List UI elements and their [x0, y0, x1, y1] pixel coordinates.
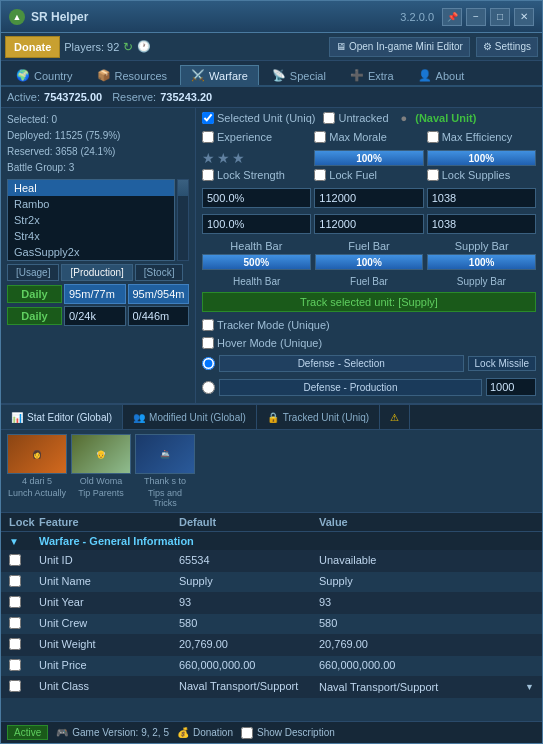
video-card-3[interactable]: 🚢 Thank s to Tips and Tricks	[135, 434, 195, 508]
daily-usage-input[interactable]	[64, 284, 126, 304]
lock-checkbox-6[interactable]	[9, 680, 21, 692]
lock-checkbox-5[interactable]	[9, 659, 21, 671]
fuel2-input[interactable]	[314, 214, 423, 234]
max-efficiency-checkbox[interactable]: Max Efficiency	[427, 131, 536, 143]
list-item[interactable]: Str4x	[8, 228, 174, 244]
tab-country[interactable]: 🌍 Country	[5, 65, 84, 85]
tab-resources[interactable]: 📦 Resources	[86, 65, 179, 85]
open-editor-button[interactable]: 🖥 Open In-game Mini Editor	[329, 37, 470, 57]
tab-warfare[interactable]: ⚔️ Warfare	[180, 65, 259, 85]
close-button[interactable]: ✕	[514, 8, 534, 26]
tab-special[interactable]: 📡 Special	[261, 65, 337, 85]
show-description-checkbox[interactable]: Show Description	[241, 727, 335, 739]
stats-row: Active: 7543725.00 Reserve: 735243.20	[1, 87, 542, 108]
video-card-1[interactable]: 👩 4 dari 5 Lunch Actually	[7, 434, 67, 508]
extra-icon: ➕	[350, 69, 364, 82]
list-item[interactable]: Str2x	[8, 212, 174, 228]
restore-button[interactable]: □	[490, 8, 510, 26]
lock-checkbox-4[interactable]	[9, 638, 21, 650]
max-morale-checkbox[interactable]: Max Morale	[314, 131, 423, 143]
lock-supplies-checkbox[interactable]: Lock Supplies	[427, 169, 536, 181]
supplies2-input[interactable]	[427, 214, 536, 234]
lock-icon: 🔒	[267, 412, 279, 423]
daily2-label: Daily	[7, 307, 62, 325]
stock-tab[interactable]: [Stock]	[135, 264, 184, 281]
track-button[interactable]: Track selected unit: [Supply]	[202, 292, 536, 312]
lock-fuel-checkbox[interactable]: Lock Fuel	[314, 169, 423, 181]
list-item[interactable]: GasSupply2x	[8, 244, 174, 260]
refresh-icon[interactable]: ↻	[123, 40, 133, 54]
video-thumb-2[interactable]: 👴	[71, 434, 131, 474]
table-row: Unit ID 65534 Unavailable	[1, 551, 542, 572]
warning-tab[interactable]: ⚠	[380, 405, 410, 429]
deployed-info: Selected: 0 Deployed: 11525 (75.9%) Rese…	[7, 112, 189, 176]
section-expand-icon[interactable]: ▼	[9, 536, 19, 547]
modified-unit-tab[interactable]: 👥 Modified Unit (Global)	[123, 405, 257, 429]
about-icon: 👤	[418, 69, 432, 82]
lock-missile-button[interactable]: Lock Missile	[468, 356, 536, 371]
production-tab[interactable]: [Production]	[61, 264, 132, 281]
defense-selection-radio[interactable]	[202, 357, 215, 370]
th-default: Default	[175, 516, 315, 528]
experience-checkbox[interactable]: Experience	[202, 131, 311, 143]
checkboxes-row1: Experience Max Morale Max Efficiency	[202, 131, 536, 143]
tab-extra[interactable]: ➕ Extra	[339, 65, 405, 85]
pin-button[interactable]: 📌	[442, 8, 462, 26]
daily-stock-input[interactable]	[128, 284, 190, 304]
daily2-stock-input[interactable]	[128, 306, 190, 326]
health-bar: 500%	[202, 254, 311, 270]
country-icon: 🌍	[16, 69, 30, 82]
lock-checkbox-0[interactable]	[9, 554, 21, 566]
inputs-row1	[202, 188, 536, 208]
video-thumb-1[interactable]: 👩	[7, 434, 67, 474]
untracked-checkbox[interactable]: Untracked	[323, 112, 388, 124]
lock-checkbox-3[interactable]	[9, 617, 21, 629]
unit-list[interactable]: Heal Rambo Str2x Str4x GasSupply2x	[7, 179, 175, 261]
video-thumb-3[interactable]: 🚢	[135, 434, 195, 474]
minimize-button[interactable]: −	[466, 8, 486, 26]
strength2-input[interactable]	[202, 214, 311, 234]
bottom-tabs: 📊 Stat Editor (Global) 👥 Modified Unit (…	[1, 404, 542, 430]
daily2-usage-input[interactable]	[64, 306, 126, 326]
stat-editor-tab[interactable]: 📊 Stat Editor (Global)	[1, 405, 123, 429]
defense-selection-button[interactable]: Defense - Selection	[219, 355, 464, 372]
video-title-1: 4 dari 5	[22, 476, 52, 486]
table-row: Unit Year 93 93	[1, 593, 542, 614]
supply-bar-wrap: Supply Bar 100%	[427, 240, 536, 270]
hover-mode-checkbox[interactable]: Hover Mode (Unique)	[202, 337, 322, 349]
list-item[interactable]: Heal	[8, 180, 174, 196]
video-title-2: Old Woma	[80, 476, 122, 486]
defense-production-radio[interactable]	[202, 381, 215, 394]
selected-unit-checkbox[interactable]: Selected Unit (Uniq)	[202, 112, 315, 124]
tracker-mode-checkbox[interactable]: Tracker Mode (Unique)	[202, 319, 330, 331]
list-scrollbar[interactable]	[177, 179, 189, 261]
settings-button[interactable]: ⚙ Settings	[476, 37, 538, 57]
ups-section: [Usage] [Production] [Stock] Daily Daily	[7, 264, 189, 326]
th-feature: Feature	[35, 516, 175, 528]
lock-strength-checkbox[interactable]: Lock Strength	[202, 169, 311, 181]
inputs-row2	[202, 214, 536, 234]
tracked-unit-tab[interactable]: 🔒 Tracked Unit (Uniq)	[257, 405, 380, 429]
video-card-2[interactable]: 👴 Old Woma Tip Parents	[71, 434, 131, 508]
donate-button[interactable]: Donate	[5, 36, 60, 58]
lock-checkbox-1[interactable]	[9, 575, 21, 587]
lock-checkbox-2[interactable]	[9, 596, 21, 608]
hover-mode-row: Hover Mode (Unique)	[202, 337, 536, 349]
defense-selection-row: Defense - Selection Lock Missile	[202, 355, 536, 372]
bars-row: Health Bar 500% Fuel Bar 100%	[202, 240, 536, 270]
stars-progress-row: ★★★ 100% 100%	[202, 150, 536, 166]
list-item[interactable]: Rambo	[8, 196, 174, 212]
defense-production-button[interactable]: Defense - Production	[219, 379, 482, 396]
chart-icon: 📊	[11, 412, 23, 423]
fuel-input[interactable]	[314, 188, 423, 208]
usage-tab[interactable]: [Usage]	[7, 264, 59, 281]
strength-input[interactable]	[202, 188, 311, 208]
warning-icon: ⚠	[390, 412, 399, 423]
tab-about[interactable]: 👤 About	[407, 65, 476, 85]
stars-display: ★★★	[202, 150, 311, 166]
tracker-mode-row: Tracker Mode (Unique)	[202, 319, 536, 331]
missile-value-input[interactable]	[486, 378, 536, 396]
supplies-input[interactable]	[427, 188, 536, 208]
app-icon: ▲	[9, 9, 25, 25]
th-value: Value	[315, 516, 538, 528]
